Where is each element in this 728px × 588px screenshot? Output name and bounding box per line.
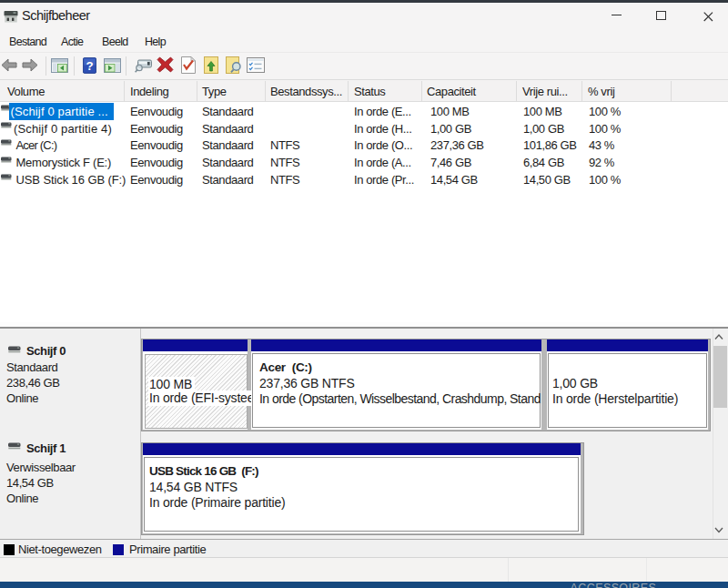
svg-text:?: ? (86, 59, 93, 73)
